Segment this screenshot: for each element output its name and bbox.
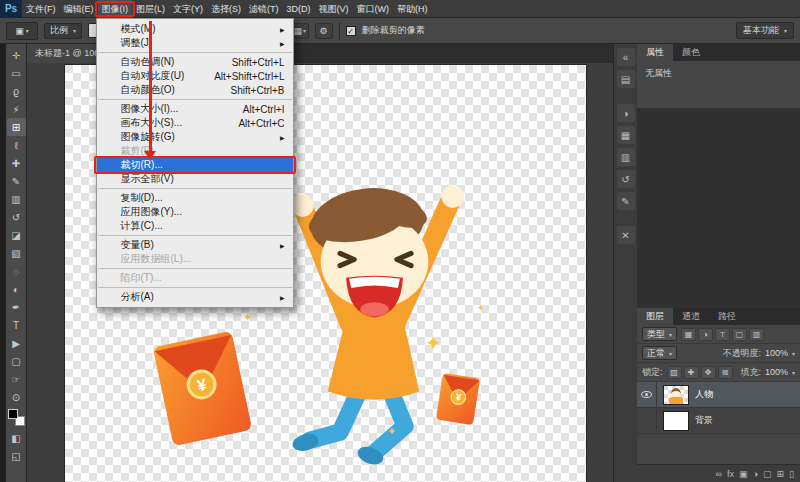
layer-group-icon[interactable]: ▢: [763, 469, 772, 479]
filter-smart-object-icon[interactable]: ▥: [749, 328, 764, 341]
lock-position-icon[interactable]: ✥: [701, 366, 716, 379]
color-panel-icon[interactable]: ▤: [617, 70, 635, 88]
lock-all-icon[interactable]: ⊠: [718, 366, 733, 379]
layer-effects-icon[interactable]: fx: [727, 469, 734, 479]
menu-view[interactable]: 视图(V): [315, 0, 353, 18]
menu-item-crop[interactable]: 裁剪(P): [97, 144, 293, 158]
crop-tool[interactable]: ⊞: [7, 118, 26, 136]
pen-tool[interactable]: ✒: [7, 298, 26, 316]
type-tool[interactable]: T: [7, 316, 26, 334]
close-panel-icon[interactable]: ✕: [617, 226, 635, 244]
layer-thumbnail[interactable]: [663, 385, 689, 405]
menu-item-analysis[interactable]: 分析(A) ▶: [97, 290, 293, 304]
menu-item-mode[interactable]: 模式(M) ▶: [97, 22, 293, 36]
character-illustration: [260, 160, 485, 482]
adjustment-layer-icon[interactable]: ◑: [753, 469, 758, 479]
tab-color[interactable]: 颜色: [673, 44, 709, 61]
aspect-ratio-select[interactable]: 比例 ▾: [44, 23, 82, 39]
zoom-tool[interactable]: ⊙: [7, 388, 26, 406]
fill-value[interactable]: 100%: [765, 367, 788, 377]
crop-tool-preset[interactable]: ▣ ▾: [6, 22, 38, 40]
menu-item-trim[interactable]: 裁切(R)...: [97, 158, 293, 172]
menu-help[interactable]: 帮助(H): [393, 0, 432, 18]
lasso-tool[interactable]: ϱ: [7, 82, 26, 100]
foreground-color-swatch[interactable]: [8, 409, 18, 419]
blur-tool[interactable]: ◌: [7, 262, 26, 280]
menu-item-auto-tone[interactable]: 自动色调(N) Shift+Ctrl+L: [97, 55, 293, 69]
menu-item-reveal-all[interactable]: 显示全部(V): [97, 172, 293, 186]
gradient-tool[interactable]: ▧: [7, 244, 26, 262]
menu-item-label: 应用图像(Y)...: [121, 205, 183, 219]
quick-selection-tool[interactable]: ⚡: [7, 100, 26, 118]
path-selection-tool[interactable]: ▶: [7, 334, 26, 352]
menu-window[interactable]: 窗口(W): [353, 0, 394, 18]
layer-filter-select[interactable]: 类型 ▾: [642, 327, 677, 341]
menu-image[interactable]: 图像(I): [98, 0, 133, 18]
tab-layers[interactable]: 图层: [637, 308, 673, 325]
new-layer-icon[interactable]: ⊞: [777, 469, 785, 479]
menu-item-trap[interactable]: 陷印(T)...: [97, 271, 293, 285]
quick-mask-icon[interactable]: ◧: [7, 429, 26, 447]
menu-item-image-size[interactable]: 图像大小(I)... Alt+Ctrl+I: [97, 102, 293, 116]
eraser-tool[interactable]: ◪: [7, 226, 26, 244]
dodge-tool[interactable]: ◐: [7, 280, 26, 298]
menu-select[interactable]: 选择(S): [207, 0, 245, 18]
menu-item-canvas-size[interactable]: 画布大小(S)... Alt+Ctrl+C: [97, 116, 293, 130]
layer-row[interactable]: 背景: [637, 408, 800, 434]
visibility-toggle[interactable]: [637, 408, 657, 433]
color-swatches[interactable]: [8, 409, 25, 426]
visibility-toggle[interactable]: [637, 382, 657, 407]
marquee-tool[interactable]: ▭: [7, 64, 26, 82]
menu-item-image-rotation[interactable]: 图像旋转(G) ▶: [97, 130, 293, 144]
clone-stamp-tool[interactable]: ▥: [7, 190, 26, 208]
screen-mode-icon[interactable]: ◱: [7, 447, 26, 465]
healing-brush-tool[interactable]: ✚: [7, 154, 26, 172]
menu-edit[interactable]: 编辑(E): [60, 0, 98, 18]
libraries-panel-icon[interactable]: ▥: [617, 148, 635, 166]
menu-item-duplicate[interactable]: 复制(D)...: [97, 191, 293, 205]
menu-item-calculations[interactable]: 计算(C)...: [97, 219, 293, 233]
workspace-switcher[interactable]: 基本功能 ▾: [736, 22, 794, 39]
blend-mode-select[interactable]: 正常 ▾: [642, 346, 677, 360]
collapse-panels-icon[interactable]: «: [617, 48, 635, 66]
menu-item-adjustments[interactable]: 调整(J) ▶: [97, 36, 293, 50]
brush-tool[interactable]: ✎: [7, 172, 26, 190]
shape-tool[interactable]: ▢: [7, 352, 26, 370]
menu-layer[interactable]: 图层(L): [132, 0, 169, 18]
menu-item-variables[interactable]: 变量(B) ▶: [97, 238, 293, 252]
history-panel-icon[interactable]: ↺: [617, 170, 635, 188]
filter-type-icon[interactable]: T: [715, 328, 730, 341]
menu-item-auto-contrast[interactable]: 自动对比度(U) Alt+Shift+Ctrl+L: [97, 69, 293, 83]
styles-panel-icon[interactable]: ▦: [617, 126, 635, 144]
menu-3d[interactable]: 3D(D): [283, 0, 315, 18]
opacity-value[interactable]: 100%: [765, 348, 788, 358]
filter-pixel-icon[interactable]: ▦: [681, 328, 696, 341]
tab-paths[interactable]: 路径: [709, 308, 745, 325]
tab-properties[interactable]: 属性: [637, 44, 673, 61]
menu-item-auto-color[interactable]: 自动颜色(O) Shift+Ctrl+B: [97, 83, 293, 97]
menu-filter[interactable]: 滤镜(T): [245, 0, 283, 18]
filter-shape-icon[interactable]: ▢: [732, 328, 747, 341]
menu-type[interactable]: 文字(Y): [169, 0, 207, 18]
eyedropper-tool[interactable]: ℓ: [7, 136, 26, 154]
tab-channels[interactable]: 通道: [673, 308, 709, 325]
delete-layer-icon[interactable]: ▯: [789, 469, 794, 479]
menu-item-label: 自动色调(N): [121, 55, 175, 69]
layer-thumbnail[interactable]: [663, 411, 689, 431]
delete-cropped-pixels-checkbox[interactable]: ✓: [346, 26, 356, 36]
lock-pixels-icon[interactable]: ✚: [684, 366, 699, 379]
crop-settings-button[interactable]: ⚙: [315, 23, 333, 39]
hand-tool[interactable]: ☞: [7, 370, 26, 388]
adjustments-panel-icon[interactable]: ◑: [617, 104, 635, 122]
lock-transparency-icon[interactable]: ▨: [667, 366, 682, 379]
menu-item-apply-data-set[interactable]: 应用数据组(L)...: [97, 252, 293, 266]
filter-adjustment-icon[interactable]: ◑: [698, 328, 713, 341]
move-tool[interactable]: ✛: [7, 46, 26, 64]
brush-settings-panel-icon[interactable]: ✎: [617, 192, 635, 210]
layer-mask-icon[interactable]: ▣: [739, 469, 748, 479]
menu-file[interactable]: 文件(F): [22, 0, 60, 18]
layer-row[interactable]: 人物: [637, 382, 800, 408]
link-layers-icon[interactable]: ∞: [716, 469, 722, 479]
menu-item-apply-image[interactable]: 应用图像(Y)...: [97, 205, 293, 219]
history-brush-tool[interactable]: ↺: [7, 208, 26, 226]
